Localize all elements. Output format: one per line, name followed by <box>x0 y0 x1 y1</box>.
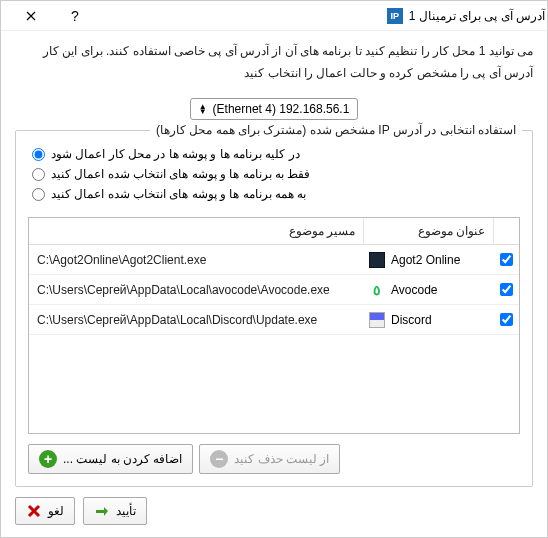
radio-option-only-selected[interactable]: فقط به برنامه ها و پوشه های انتخاب شده ا… <box>28 167 520 181</box>
radio-input[interactable] <box>32 148 45 161</box>
row-path: C:\Users\Сергей\AppData\Local\Discord\Up… <box>29 313 363 327</box>
column-header-path[interactable]: مسیر موضوع <box>29 218 363 244</box>
apps-table: عنوان موضوع مسیر موضوع Agot2 Online C:\A… <box>28 217 520 434</box>
row-checkbox[interactable] <box>500 283 513 296</box>
row-path: C:\Agot2Online\Agot2Client.exe <box>29 253 363 267</box>
radio-option-all-selected[interactable]: به همه برنامه ها و پوشه های انتخاب شده ا… <box>28 187 520 201</box>
table-row[interactable]: Discord C:\Users\Сергей\AppData\Local\Di… <box>29 305 519 335</box>
stepper-arrows-icon: ▲▼ <box>199 104 207 114</box>
row-checkbox[interactable] <box>500 313 513 326</box>
row-subject: Agot2 Online <box>391 253 460 267</box>
table-body: Agot2 Online C:\Agot2Online\Agot2Client.… <box>29 245 519 335</box>
radio-label: در کلیه برنامه ها و پوشه ها در محل کار ا… <box>51 147 300 161</box>
remove-from-list-button[interactable]: از لیست حذف کنید − <box>199 444 340 474</box>
radio-option-all[interactable]: در کلیه برنامه ها و پوشه ها در محل کار ا… <box>28 147 520 161</box>
column-header-check <box>493 218 519 244</box>
button-label: تأیید <box>116 504 136 518</box>
table-row[interactable]: Agot2 Online C:\Agot2Online\Agot2Client.… <box>29 245 519 275</box>
app-icon-discord <box>369 312 385 328</box>
content-area: می توانید 1 محل کار را تنظیم کنید تا برن… <box>1 31 547 497</box>
add-to-list-button[interactable]: اضافه کردن به لیست ... + <box>28 444 193 474</box>
radio-group: در کلیه برنامه ها و پوشه ها در محل کار ا… <box>28 141 520 207</box>
table-row[interactable]: ٥ Avocode C:\Users\Сергей\AppData\Local\… <box>29 275 519 305</box>
groupbox-title: استفاده انتخابی در آدرس IP مشخص شده (مشت… <box>150 123 522 137</box>
dropdown-value: (Ethernet 4) 192.168.56.1 <box>213 102 350 116</box>
radio-label: به همه برنامه ها و پوشه های انتخاب شده ا… <box>51 187 306 201</box>
button-label: لغو <box>48 504 64 518</box>
minus-icon: − <box>210 450 228 468</box>
table-header: عنوان موضوع مسیر موضوع <box>29 218 519 245</box>
description-text: می توانید 1 محل کار را تنظیم کنید تا برن… <box>15 41 533 84</box>
apply-mode-groupbox: استفاده انتخابی در آدرس IP مشخص شده (مشت… <box>15 130 533 487</box>
dialog-window: ? آدرس آی پی برای ترمینال 1 IP می توانید… <box>0 0 548 538</box>
dialog-footer: تأیید لغو <box>1 497 547 537</box>
row-subject: Discord <box>391 313 432 327</box>
cross-icon <box>26 503 42 519</box>
titlebar: ? آدرس آی پی برای ترمینال 1 IP <box>1 1 547 31</box>
help-button[interactable]: ? <box>53 2 97 30</box>
app-icon-avocode: ٥ <box>369 282 385 298</box>
button-label: اضافه کردن به لیست ... <box>63 452 182 466</box>
radio-input[interactable] <box>32 168 45 181</box>
window-title: آدرس آی پی برای ترمینال 1 <box>409 9 545 23</box>
row-checkbox[interactable] <box>500 253 513 266</box>
app-icon-agot <box>369 252 385 268</box>
column-header-subject[interactable]: عنوان موضوع <box>363 218 493 244</box>
radio-input[interactable] <box>32 188 45 201</box>
app-icon: IP <box>387 8 403 24</box>
ip-address-dropdown[interactable]: ▲▼ (Ethernet 4) 192.168.56.1 <box>190 98 359 120</box>
row-path: C:\Users\Сергей\AppData\Local\avocode\Av… <box>29 283 363 297</box>
plus-icon: + <box>39 450 57 468</box>
cancel-button[interactable]: لغو <box>15 497 75 525</box>
radio-label: فقط به برنامه ها و پوشه های انتخاب شده ا… <box>51 167 310 181</box>
close-button[interactable] <box>9 2 53 30</box>
check-arrow-icon <box>94 503 110 519</box>
row-subject: Avocode <box>391 283 437 297</box>
button-label: از لیست حذف کنید <box>234 452 329 466</box>
ok-button[interactable]: تأیید <box>83 497 147 525</box>
